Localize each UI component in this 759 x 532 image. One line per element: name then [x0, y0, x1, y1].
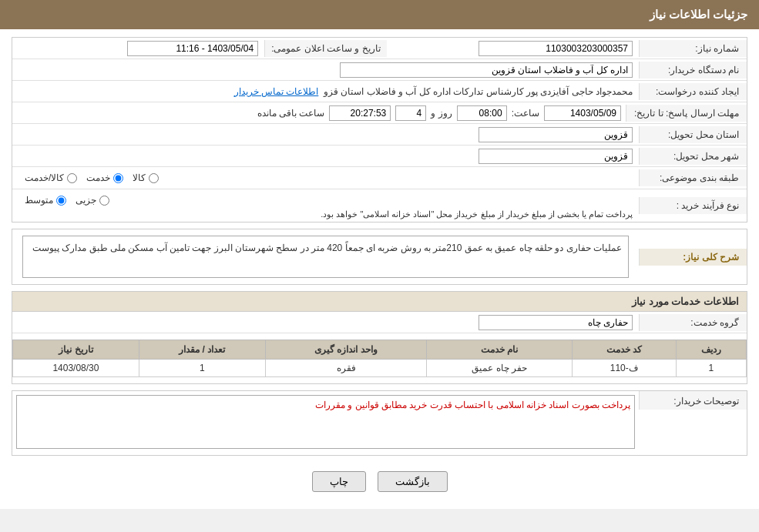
ostan-label: استان محل تحویل: [639, 126, 747, 143]
motavasset-label: متوسط [25, 195, 53, 206]
ijad-value: محمدجواد حاجی آفایزدی پور کارشناس تدارکا… [12, 84, 639, 99]
th-vahed: واحد اندازه گیری [265, 340, 427, 360]
shomara-value [387, 38, 639, 59]
tosihaat-section: توصیحات خریدار: پرداخت بصورت اسناد خزانه… [12, 390, 747, 456]
khadamat-label: خدمت [86, 172, 110, 183]
khadamat-title: اطلاعات خدمات مورد نیاز [12, 292, 747, 312]
time-input[interactable] [457, 105, 507, 121]
services-table-container: ردیف کد خدمت نام خدمت واحد اندازه گیری ت… [12, 340, 747, 377]
shahr-label: شهر محل تحویل: [639, 148, 747, 165]
print-button[interactable]: چاپ [312, 471, 366, 492]
radio-kala-khadamat: کالا/خدمت [25, 172, 77, 183]
announcement-label: تاریخ و ساعت اعلان عمومی: [264, 40, 387, 57]
radio-kala-input[interactable] [149, 173, 159, 183]
radio-motavasset: متوسط [25, 195, 66, 206]
ostan-input[interactable] [479, 127, 633, 142]
row-shomara: شماره نیاز: تاریخ و ساعت اعلان عمومی: [12, 38, 747, 59]
gorooh-value [12, 313, 639, 333]
tosihaat-label: توصیحات خریدار: [639, 391, 747, 410]
table-header-row: ردیف کد خدمت نام خدمت واحد اندازه گیری ت… [13, 340, 747, 360]
gorooh-label: گروه خدمت: [639, 314, 747, 331]
cell-kod: ف-110 [572, 360, 676, 377]
tabaqe-radio-group: کالا/خدمت خدمت کالا [18, 169, 633, 186]
sharh-label: شرح کلی نیاز: [639, 249, 747, 266]
announcement-input[interactable] [127, 41, 258, 56]
nam-dastgah-input[interactable] [340, 62, 633, 78]
shahr-value [12, 146, 639, 166]
page-title: جزئیات اطلاعات نیاز [650, 8, 747, 21]
radio-khadamat: خدمت [86, 172, 123, 183]
nooe-value: متوسط جزیی پرداخت تمام یا بخشی از مبلغ خ… [12, 189, 639, 222]
table-row: 1 ف-110 حفر چاه عمیق فقره 1 1403/08/30 [13, 360, 747, 377]
page-header: جزئیات اطلاعات نیاز [0, 0, 759, 29]
sharh-row: شرح کلی نیاز: عملیات حفاری دو حلقه چاه ع… [12, 229, 747, 284]
roz-input[interactable] [395, 105, 426, 121]
announcement-value [12, 38, 264, 59]
page-wrapper: جزئیات اطلاعات نیاز شماره نیاز: تاریخ و … [0, 0, 759, 509]
radio-jozyi-input[interactable] [99, 196, 109, 206]
row-gorooh: گروه خدمت: [12, 312, 747, 333]
radio-kala: کالا [133, 172, 159, 183]
shomara-label: شماره نیاز: [639, 40, 747, 57]
nam-dastgah-label: نام دستگاه خریدار: [639, 62, 747, 79]
khadamat-section: اطلاعات خدمات مورد نیاز گروه خدمت: ردیف … [12, 291, 747, 384]
nooe-radio-group: متوسط جزیی [18, 192, 633, 209]
nam-dastgah-value [12, 60, 639, 80]
roz-label: روز و [431, 108, 452, 119]
services-table: ردیف کد خدمت نام خدمت واحد اندازه گیری ت… [12, 340, 747, 377]
sharh-content: عملیات حفاری دو حلقه چاه عمیق به عمق 210… [12, 229, 639, 284]
row-ostan: استان محل تحویل: [12, 124, 747, 146]
tosihaat-textarea[interactable]: پرداخت بصورت اسناد خزانه اسلامی با احتسا… [16, 395, 635, 449]
tosihaat-value-container: پرداخت بصورت اسناد خزانه اسلامی با احتسا… [12, 391, 639, 455]
cell-vahed: فقره [265, 360, 427, 377]
main-info-section: شماره نیاز: تاریخ و ساعت اعلان عمومی: نا… [12, 37, 747, 223]
sharh-section: شرح کلی نیاز: عملیات حفاری دو حلقه چاه ع… [12, 229, 747, 285]
cell-tedad: 1 [139, 360, 265, 377]
ostan-value [12, 125, 639, 145]
th-nam: نام خدمت [427, 340, 573, 360]
shomara-input[interactable] [479, 41, 633, 56]
remaining-label: ساعت باقی مانده [257, 108, 325, 119]
row-nam-dastgah: نام دستگاه خریدار: [12, 59, 747, 81]
back-button[interactable]: بازگشت [378, 471, 448, 492]
jozyi-label: جزیی [76, 195, 96, 206]
row-mohlat: مهلت ارسال پاسخ: تا تاریخ: ساعت: روز و س… [12, 102, 747, 124]
th-radif: ردیف [676, 340, 746, 360]
radio-jozyi: جزیی [76, 195, 109, 206]
kala-label: کالا [133, 172, 146, 183]
kala-khadamat-label: کالا/خدمت [25, 172, 64, 183]
radio-kala-khadamat-input[interactable] [67, 173, 77, 183]
sharh-text: عملیات حفاری دو حلقه چاه عمیق به عمق 210… [22, 236, 629, 278]
tosihaat-row: توصیحات خریدار: پرداخت بصورت اسناد خزانه… [12, 391, 747, 455]
th-kod: کد خدمت [572, 340, 676, 360]
shahr-input[interactable] [479, 149, 633, 164]
cell-tarikh: 1403/08/30 [13, 360, 139, 377]
th-tedad: تعداد / مقدار [139, 340, 265, 360]
row-nooe: نوع فرآیند خرید : متوسط جزیی پرداخت تمام… [12, 189, 747, 222]
nooe-desc: پرداخت تمام یا بخشی از مبلغ خریدار از مب… [321, 209, 633, 219]
ijad-label: ایجاد کننده درخواست: [639, 83, 747, 100]
radio-khadamat-input[interactable] [113, 173, 123, 183]
date-input[interactable] [544, 105, 621, 121]
ittelaat-link[interactable]: اطلاعات تماس خریدار [234, 86, 319, 97]
tabaqe-label: طبقه بندی موضوعی: [639, 169, 747, 186]
content-area: شماره نیاز: تاریخ و ساعت اعلان عمومی: نا… [0, 29, 759, 509]
row-tabaqe: طبقه بندی موضوعی: کالا/خدمت خدمت کالا [12, 167, 747, 189]
mohlat-value: ساعت: روز و ساعت باقی مانده [12, 103, 626, 123]
tabaqe-value: کالا/خدمت خدمت کالا [12, 167, 639, 189]
nooe-label: نوع فرآیند خرید : [639, 197, 747, 214]
ijad-text: محمدجواد حاجی آفایزدی پور کارشناس تدارکا… [324, 86, 633, 97]
radio-motavasset-input[interactable] [56, 196, 66, 206]
mohlat-label: مهلت ارسال پاسخ: تا تاریخ: [626, 105, 747, 122]
gorooh-input[interactable] [479, 315, 633, 330]
row-ijad: ایجاد کننده درخواست: محمدجواد حاجی آفایز… [12, 81, 747, 102]
cell-radif: 1 [676, 360, 746, 377]
cell-nam: حفر چاه عمیق [427, 360, 573, 377]
th-tarikh: تاریخ نیاز [13, 340, 139, 360]
row-shahr: شهر محل تحویل: [12, 146, 747, 167]
button-row: بازگشت چاپ [12, 462, 747, 501]
remaining-input[interactable] [329, 105, 391, 121]
time-label: ساعت: [512, 108, 539, 119]
